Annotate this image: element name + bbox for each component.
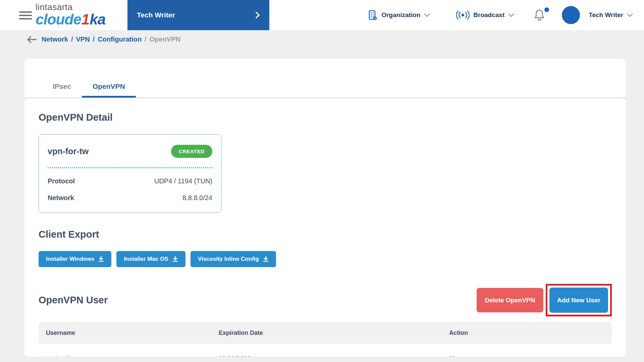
chevron-down-icon: [424, 13, 430, 17]
protocol-label: Protocol: [48, 177, 75, 185]
back-arrow-icon[interactable]: [27, 36, 37, 43]
openvpn-user-title: OpenVPN User: [39, 295, 108, 306]
chevron-down-icon: [508, 13, 514, 17]
openvpn-content-card: OpenVPN Detail vpn-for-tw CREATED Protoc…: [24, 99, 626, 357]
breadcrumb-separator: /: [145, 36, 147, 43]
more-actions-dropdown[interactable]: More: [449, 355, 473, 357]
protocol-row: Protocol UDP4 / 1194 (TUN): [48, 177, 212, 185]
dotted-divider: [48, 167, 212, 168]
cloudeka-logo[interactable]: lintasarta cloude1ka: [36, 3, 105, 27]
openvpn-detail-title: OpenVPN Detail: [39, 99, 612, 123]
vpn-detail-card: vpn-for-tw CREATED Protocol UDP4 / 1194 …: [39, 134, 221, 213]
network-label: Network: [48, 194, 74, 202]
delete-openvpn-button[interactable]: Delete OpenVPN: [477, 288, 543, 312]
client-export-buttons: Installer Windows Installer Mac OS Visco…: [39, 251, 612, 267]
installer-windows-button[interactable]: Installer Windows: [39, 251, 111, 267]
tab-ipsec[interactable]: IPsec: [42, 82, 82, 98]
installer-windows-label: Installer Windows: [46, 256, 94, 262]
add-new-user-button[interactable]: Add New User: [549, 288, 608, 313]
chevron-down-icon: [627, 13, 633, 17]
openvpn-user-table: Username Expiration Date Action techwrit…: [39, 322, 612, 357]
installer-macos-button[interactable]: Installer Mac OS: [116, 251, 185, 267]
notification-badge: [544, 7, 549, 12]
breadcrumb-link-vpn[interactable]: VPN: [76, 36, 90, 43]
status-badge: CREATED: [171, 145, 212, 158]
table-header-row: Username Expiration Date Action: [39, 322, 612, 344]
breadcrumb: Network / VPN / Configuration / OpenVPN: [0, 30, 644, 43]
organization-label: Organization: [381, 11, 420, 19]
more-label: More: [449, 355, 464, 357]
chevron-right-icon: [255, 11, 260, 19]
viscosity-inline-config-button[interactable]: Viscosity Inline Config: [191, 251, 276, 267]
col-header-username: Username: [39, 329, 211, 337]
broadcast-icon: [456, 10, 470, 20]
organization-menu[interactable]: Organization: [368, 10, 430, 20]
building-icon: [368, 10, 378, 20]
download-icon: [263, 256, 269, 262]
protocol-value: UDP4 / 1194 (TUN): [154, 177, 212, 185]
cell-username: techwrite: [39, 355, 211, 357]
user-name: Tech Writer: [589, 11, 623, 19]
breadcrumb-separator: /: [71, 36, 73, 43]
download-icon: [172, 256, 178, 262]
network-row: Network 8.8.8.0/24: [48, 194, 212, 202]
cell-expiration-date: 10/31/2023: [211, 355, 442, 357]
installer-macos-label: Installer Mac OS: [124, 256, 168, 262]
hamburger-menu-icon[interactable]: [19, 11, 32, 19]
bell-icon: [534, 9, 545, 21]
col-header-action: Action: [442, 329, 612, 337]
notifications-button[interactable]: [534, 9, 545, 21]
tab-openvpn[interactable]: OpenVPN: [82, 82, 136, 98]
network-value: 8.8.8.0/24: [182, 194, 212, 202]
annotation-highlight-box: Add New User: [546, 284, 612, 316]
avatar: [562, 6, 580, 24]
header-nav: Organization Broadcast: [368, 0, 633, 30]
viscosity-inline-config-label: Viscosity Inline Config: [198, 256, 259, 262]
breadcrumb-current: OpenVPN: [150, 36, 180, 43]
breadcrumb-separator: /: [93, 36, 95, 43]
project-banner-label: Tech Writer: [137, 11, 175, 19]
user-menu[interactable]: Tech Writer: [562, 6, 633, 24]
cloudeka-wordmark: cloude1ka: [36, 12, 105, 27]
project-banner[interactable]: Tech Writer: [127, 0, 269, 30]
app-header: lintasarta cloude1ka Tech Writer Or: [0, 0, 644, 30]
tab-strip: IPsec OpenVPN: [24, 59, 626, 98]
col-header-expiration-date: Expiration Date: [211, 329, 442, 337]
download-icon: [98, 256, 104, 262]
broadcast-menu[interactable]: Broadcast: [456, 10, 514, 20]
lintasarta-wordmark: lintasarta: [36, 3, 105, 11]
broadcast-label: Broadcast: [473, 11, 504, 19]
table-row: techwrite 10/31/2023 More: [39, 344, 612, 357]
client-export-title: Client Export: [39, 229, 612, 240]
breadcrumb-link-configuration[interactable]: Configuration: [98, 36, 142, 43]
breadcrumb-link-network[interactable]: Network: [42, 36, 68, 43]
vpn-instance-name: vpn-for-tw: [48, 146, 89, 156]
